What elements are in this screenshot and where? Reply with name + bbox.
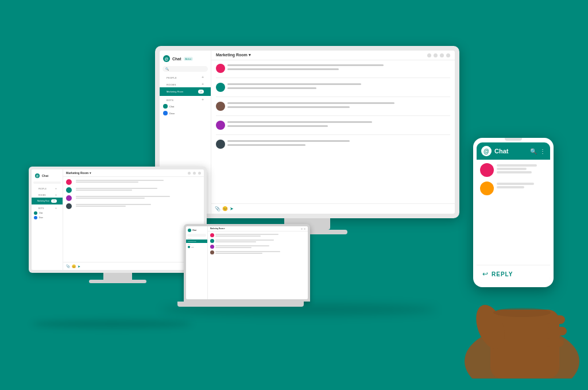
send-icon-sm[interactable]: ➤ — [78, 264, 80, 268]
bots-sm: BOTS — [35, 206, 48, 210]
chat-input-area-large: 📎 😊 ➤ — [211, 203, 455, 214]
title-xs: Chat — [192, 229, 196, 231]
msg-avatar-2 — [216, 83, 225, 92]
icon2-sm[interactable] — [193, 172, 196, 175]
icon3-sm[interactable] — [198, 172, 201, 175]
chat-title-sm: Chat — [42, 174, 48, 177]
room-badge: 2 — [198, 90, 204, 94]
chat-bot-xs[interactable]: Chat — [186, 245, 207, 249]
marketing-room-sm[interactable]: Marketing Room 2 — [32, 198, 63, 204]
pml-1b — [497, 168, 527, 170]
msg-divider-3 — [216, 115, 450, 116]
ml-xs-2b — [215, 241, 256, 242]
bots-plus-sm[interactable]: + — [55, 206, 59, 210]
msg-line-3b — [227, 106, 350, 108]
msg-row-sm-1 — [66, 179, 201, 185]
bots-plus[interactable]: + — [202, 98, 207, 102]
msg-content-5 — [227, 140, 450, 146]
monitor-small-base — [89, 280, 146, 283]
attachment-icon[interactable]: 📎 — [215, 206, 220, 211]
message-row-2 — [216, 83, 450, 92]
send-icon[interactable]: ➤ — [230, 206, 234, 211]
help-topbar-icon[interactable] — [440, 53, 444, 57]
people-plus-sm[interactable]: + — [55, 187, 59, 190]
msg-avatar-1 — [216, 64, 225, 73]
msg-c-sm-1 — [74, 179, 201, 183]
messages-area-large — [211, 60, 455, 203]
msg-content-4 — [227, 121, 450, 128]
ml-sm-1b — [76, 182, 138, 183]
msg-xs-3 — [210, 245, 305, 249]
attach-icon-sm[interactable]: 📎 — [66, 264, 70, 268]
phone: @ Chat 🔍 ⋮ — [473, 138, 554, 299]
search-bar[interactable]: 🔍 — [163, 66, 208, 72]
add-topbar-icon[interactable] — [434, 53, 438, 57]
marketing-room-item[interactable]: Marketing Room 2 — [160, 87, 211, 96]
active-badge: Active — [184, 57, 194, 61]
emoji-icon[interactable]: 😊 — [222, 206, 228, 211]
icon1-sm[interactable] — [188, 172, 191, 175]
reply-label[interactable]: REPLY — [492, 271, 513, 277]
ml-sm-1a — [76, 180, 164, 181]
pml-1c — [497, 171, 532, 173]
messages-area-sm — [63, 177, 204, 262]
topbar-icons-xs — [301, 228, 305, 230]
msg-xs-4 — [210, 250, 305, 254]
msg-line-4b — [227, 125, 328, 127]
sidebar-header-sm: @ Chat — [32, 171, 63, 180]
search-topbar-icon[interactable] — [427, 53, 431, 57]
sidebar-header-xs: Chat — [186, 227, 207, 233]
drive-bot-item[interactable]: Drive — [160, 110, 211, 117]
monitor-small-shadow — [32, 320, 192, 328]
phone-mc-2 — [497, 182, 547, 190]
msg-line-5b — [227, 144, 305, 146]
msg-content-3 — [227, 102, 450, 109]
monitor-small-stand — [103, 273, 132, 280]
msg-divider-4 — [216, 134, 450, 135]
chat-bot-name-sm: Chat — [39, 212, 60, 214]
phone-search-icon[interactable]: 🔍 — [530, 148, 537, 155]
room-badge-sm: 2 — [51, 199, 57, 203]
chat-xs: Chat — [191, 246, 194, 248]
rooms-plus-sm[interactable]: + — [55, 193, 59, 196]
rooms-plus[interactable]: + — [202, 82, 207, 86]
rooms-section-header: ROOMS + — [160, 80, 211, 87]
laptop-screen: Chat ROOMS Marketing Room BOTS Chat Mark… — [186, 226, 308, 299]
chat-main-laptop: Marketing Room ▾ — [208, 226, 308, 299]
ml-sm-3b — [76, 198, 145, 199]
ml-sm-3a — [76, 196, 170, 197]
monitor-small-screen: @ Chat PEOPLE + ROOMS + Marketing Room 2 — [32, 169, 204, 270]
room-name-sm: Marketing Room — [37, 200, 49, 202]
drive-bot-icon-sm — [34, 216, 37, 219]
msg-divider-2 — [216, 96, 450, 97]
people-plus[interactable]: + — [202, 75, 207, 79]
phone-notch — [505, 138, 522, 141]
phone-frame: @ Chat 🔍 ⋮ — [473, 138, 554, 287]
av-sm-2 — [66, 187, 72, 193]
grid-topbar-icon[interactable] — [446, 53, 450, 57]
bots-section-header: BOTS + — [160, 96, 211, 103]
svg-rect-4 — [547, 327, 567, 335]
laptop-base — [177, 302, 304, 307]
ml-sm-4a — [76, 204, 151, 205]
phone-more-icon[interactable]: ⋮ — [540, 148, 546, 155]
messages-xs — [208, 231, 308, 299]
ml-xs-3b — [215, 247, 252, 248]
chat-bot-item[interactable]: Chat — [160, 103, 211, 110]
phone-topbar: @ Chat 🔍 ⋮ — [477, 142, 550, 160]
emoji-icon-sm[interactable]: 😊 — [72, 264, 76, 268]
ml-xs-3a — [215, 245, 269, 246]
drive-bot-sm[interactable]: Drive — [32, 215, 63, 220]
svg-point-6 — [493, 308, 551, 317]
topbar-sm: Marketing Room ▾ — [63, 169, 204, 177]
chat-bot-sm[interactable]: Chat — [32, 211, 63, 215]
icon-xs1[interactable] — [301, 228, 303, 230]
search-bar-sm[interactable] — [33, 182, 61, 184]
icon-xs2[interactable] — [304, 228, 305, 230]
pml-2a — [497, 183, 534, 185]
topbar-icons — [427, 53, 450, 57]
search-icon: 🔍 — [165, 67, 169, 71]
topbar-icons-sm — [188, 172, 201, 175]
bots-header-sm: BOTS + — [32, 204, 63, 211]
people-label: PEOPLE — [163, 75, 180, 80]
